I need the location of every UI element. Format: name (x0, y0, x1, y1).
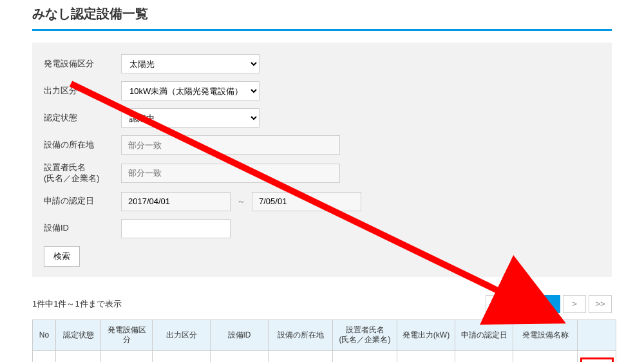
cell-output-kw: ████ (397, 350, 455, 362)
filter-label-output-cat: 出力区分 (44, 86, 121, 97)
th-installer: 設置者氏名 (氏名／企業名) (333, 319, 397, 350)
pager-first[interactable]: << (486, 295, 509, 313)
pager-page-1[interactable]: 1 (537, 295, 560, 313)
cell-output-cat: 10kW未満（太陽光発電設備のみ） (153, 350, 211, 362)
filter-label-cert-date: 申請の認定日 (44, 196, 121, 207)
cell-location: ████████ (269, 350, 333, 362)
filter-label-installer: 設置者氏名 (氏名／企業名) (44, 162, 121, 184)
search-button[interactable]: 検索 (44, 246, 80, 267)
th-equip-type: 発電設備区分 (101, 319, 153, 350)
th-equip-id: 設備ID (211, 319, 269, 350)
status-select[interactable]: 認定中 (121, 108, 260, 128)
th-status: 認定状態 (56, 319, 101, 350)
highlight-ring: 参照 (580, 357, 614, 362)
result-count: 1件中1件～1件まで表示 (32, 298, 122, 310)
cert-date-from-input[interactable] (121, 192, 231, 211)
filter-label-equip-id: 設備ID (44, 223, 121, 234)
output-cat-select[interactable]: 10kW未満（太陽光発電設備） (121, 81, 260, 100)
th-location: 設備の所在地 (269, 319, 333, 350)
th-output-kw: 発電出力(kW) (397, 319, 455, 350)
th-equip-name: 発電設備名称 (513, 319, 578, 350)
cell-cert-date: ██████████ (455, 350, 513, 362)
pager-last[interactable]: >> (589, 295, 612, 313)
installer-input[interactable] (121, 164, 340, 183)
cell-equip-name (513, 350, 578, 362)
cell-equip-id: ████████ (211, 350, 269, 362)
cell-no: 1 (33, 350, 56, 362)
cell-equip-type: 太陽光 (101, 350, 153, 362)
equip-type-select[interactable]: 太陽光 (121, 54, 260, 73)
cell-status: 認定中 (56, 350, 101, 362)
filter-label-equip-type: 発電設備区分 (44, 59, 121, 70)
cell-action: 参照 (578, 350, 616, 362)
cert-date-to-input[interactable] (252, 192, 361, 211)
th-output-cat: 出力区分 (153, 319, 211, 350)
equip-id-input[interactable] (121, 219, 231, 238)
filter-panel: 発電設備区分 太陽光 出力区分 10kW未満（太陽光発電設備） 認定状態 認定中 (32, 43, 612, 277)
page-title: みなし認定設備一覧 (32, 0, 612, 31)
filter-label-status: 認定状態 (44, 113, 121, 124)
date-range-separator: ～ (237, 196, 245, 207)
pager-next[interactable]: > (563, 295, 586, 313)
th-action (578, 319, 616, 350)
pager: << < 1 > >> (486, 295, 612, 313)
cell-installer: ██ ██ (333, 350, 397, 362)
th-cert-date: 申請の認定日 (455, 319, 513, 350)
th-no: No (33, 319, 56, 350)
result-table: No 認定状態 発電設備区分 出力区分 設備ID 設備の所在地 設置者氏名 (氏… (32, 319, 616, 362)
filter-label-location: 設備の所在地 (44, 140, 121, 151)
pager-prev[interactable]: < (511, 295, 535, 313)
location-input[interactable] (121, 135, 340, 155)
table-row: 1 認定中 太陽光 10kW未満（太陽光発電設備のみ） ████████ ███… (33, 350, 616, 362)
